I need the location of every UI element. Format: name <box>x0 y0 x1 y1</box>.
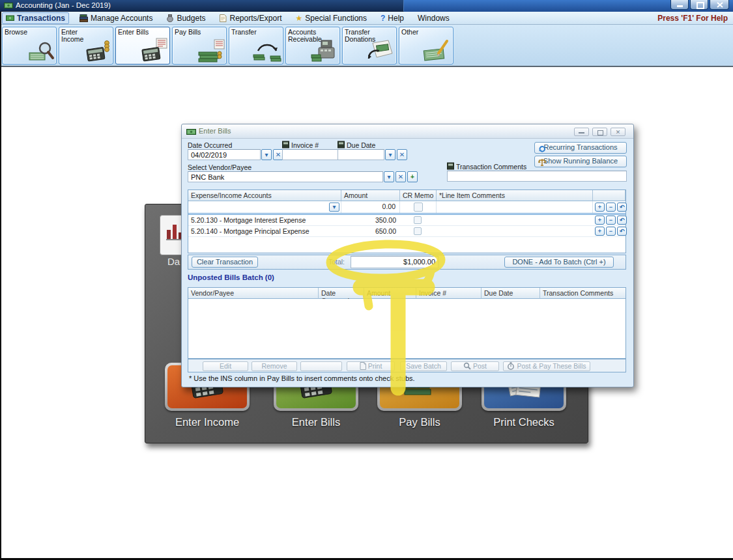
vendor-dropdown-button[interactable]: ▾ <box>384 171 394 182</box>
refresh-icon <box>538 145 546 152</box>
entry-comments-cell[interactable] <box>437 201 593 213</box>
invoice-icon <box>282 140 289 148</box>
print-page-icon <box>360 362 366 370</box>
balance-scale-icon <box>538 158 546 166</box>
transfer-icon <box>253 40 281 63</box>
toolbar-button-pay-bills[interactable]: Pay Bills <box>172 27 227 64</box>
minimize-button[interactable] <box>670 0 689 10</box>
browse-icon <box>29 40 55 63</box>
cr-memo-checkbox[interactable] <box>414 203 423 212</box>
row-remove-button[interactable]: − <box>606 227 616 236</box>
tile-label-pay-bills: Pay Bills <box>377 416 462 428</box>
row-remove-button[interactable]: − <box>606 203 616 212</box>
show-running-balance-button[interactable]: Show Running Balance <box>534 156 627 167</box>
edit-button[interactable]: Edit <box>203 361 248 371</box>
menu-item-label: Manage Accounts <box>91 14 152 23</box>
vendor-clear-button[interactable]: ✕ <box>395 171 406 182</box>
menu-item-help[interactable]: ? Help <box>377 13 407 23</box>
menu-item-transactions[interactable]: Transactions <box>2 12 69 24</box>
print-button[interactable]: Print <box>347 361 395 371</box>
batch-header-date: Date Occurred <box>319 288 364 299</box>
cr-memo-checkbox[interactable] <box>414 227 422 235</box>
cr-memo-checkbox[interactable] <box>414 216 422 224</box>
transaction-comments-icon <box>447 161 454 170</box>
restore-icon <box>597 130 603 135</box>
transfer-donations-icon <box>366 39 395 63</box>
menu-item-label: Reports/Export <box>229 14 281 23</box>
minus-icon: − <box>609 217 612 223</box>
blank-button[interactable] <box>300 361 342 371</box>
amount-cell[interactable]: 650.00 <box>341 226 400 235</box>
due-date-clear-button[interactable]: ✕ <box>397 149 407 160</box>
close-icon: ✕ <box>616 129 621 135</box>
help-icon: ? <box>381 14 385 23</box>
menu-item-manage-accounts[interactable]: Manage Accounts <box>76 13 156 23</box>
row-undo-button[interactable]: ↶ <box>617 203 627 212</box>
clear-transaction-button[interactable]: Clear Transaction <box>192 257 258 268</box>
dialog-minimize-button[interactable] <box>574 128 589 136</box>
row-add-button[interactable]: + <box>595 203 605 212</box>
toolbar-button-browse[interactable]: Browse <box>2 27 57 64</box>
vendor-input[interactable]: PNC Bank <box>188 171 383 182</box>
toolbar-button-enter-income[interactable]: Enter Income <box>59 27 113 64</box>
close-icon: ✕ <box>398 173 403 180</box>
close-button[interactable] <box>710 0 729 10</box>
toolbar-button-label: Enter Bills <box>118 29 153 36</box>
toolbar-button-accounts-receivable[interactable]: Accounts Receivable <box>285 27 340 64</box>
dialog-titlebar[interactable]: Enter Bills ✕ <box>182 124 633 139</box>
report-page-icon <box>219 14 227 22</box>
toolbar-button-enter-bills[interactable]: Enter Bills <box>115 27 170 64</box>
accounts-receivable-icon <box>311 39 338 63</box>
plus-icon: + <box>598 204 601 210</box>
menu-item-special-functions[interactable]: ★ Special Functions <box>293 13 370 23</box>
post-button[interactable]: Post <box>451 361 499 371</box>
chevron-down-icon: ▾ <box>332 203 336 210</box>
dialog-restore-button[interactable] <box>592 128 607 136</box>
transaction-comments-input[interactable] <box>447 171 627 182</box>
account-cell[interactable]: 5.20.130 - Mortgage Interest Expense <box>188 215 341 224</box>
date-occurred-input[interactable]: 04/02/2019 <box>188 149 261 160</box>
close-icon <box>710 0 730 10</box>
dialog-close-button[interactable]: ✕ <box>611 128 625 136</box>
entry-amount-cell[interactable]: 0.00 <box>341 201 400 213</box>
row-add-button[interactable]: + <box>595 227 605 236</box>
row-undo-button[interactable]: ↶ <box>617 216 627 225</box>
row-undo-button[interactable]: ↶ <box>617 227 627 236</box>
due-date-input[interactable] <box>338 149 384 160</box>
vendor-add-button[interactable]: + <box>407 171 418 182</box>
entry-account-cell[interactable]: ▾ <box>188 201 341 213</box>
menu-item-budgets[interactable]: Budgets <box>163 13 208 23</box>
due-date-label: Due Date <box>347 141 375 149</box>
vendor-label: Select Vendor/Payee <box>188 163 252 171</box>
batch-header-vendor: Vendor/Payee <box>188 288 319 299</box>
row-add-button[interactable]: + <box>595 216 605 225</box>
post-and-pay-button[interactable]: Post & Pay These Bills <box>503 361 590 371</box>
line-item-row[interactable]: 5.20.130 - Mortgage Interest Expense 350… <box>188 215 625 226</box>
remove-button[interactable]: Remove <box>252 361 297 371</box>
toolbar-button-transfer-donations[interactable]: Transfer Donations <box>342 27 397 64</box>
window-titlebar[interactable]: Accounting (Jan - Dec 2019) <box>0 0 733 12</box>
account-dropdown-button[interactable]: ▾ <box>329 203 339 212</box>
transaction-comments-label: Transaction Comments <box>456 163 526 171</box>
due-date-dropdown-button[interactable]: ▾ <box>385 149 395 160</box>
toolbar-button-transfer[interactable]: Transfer <box>229 27 283 64</box>
line-item-row[interactable]: 5.20.140 - Mortgage Principal Expense 65… <box>188 226 625 237</box>
menu-item-windows[interactable]: Windows <box>414 13 453 23</box>
menu-item-reports-export[interactable]: Reports/Export <box>216 13 285 23</box>
restore-icon <box>697 2 704 9</box>
row-remove-button[interactable]: − <box>606 216 616 225</box>
save-batch-button[interactable]: Save Batch <box>400 361 447 371</box>
account-cell[interactable]: 5.20.140 - Mortgage Principal Expense <box>188 226 341 235</box>
restore-button[interactable] <box>690 0 708 10</box>
total-value-field: $1,000.00 <box>351 256 438 268</box>
done-add-to-batch-button[interactable]: DONE - Add To Batch (Ctrl +) <box>504 257 614 268</box>
button-label: Show Running Balance <box>543 157 618 165</box>
date-dropdown-button[interactable]: ▾ <box>261 149 272 160</box>
total-label: Total: <box>306 258 345 266</box>
footnote: * Use the INS column in Pay Bills to ins… <box>189 374 415 382</box>
plus-icon: + <box>598 217 601 223</box>
toolbar-button-other[interactable]: Other <box>399 27 453 64</box>
recurring-transactions-button[interactable]: Recurring Transactions <box>534 142 627 154</box>
amount-cell[interactable]: 350.00 <box>341 215 400 224</box>
entry-crmemo-cell <box>400 201 437 213</box>
